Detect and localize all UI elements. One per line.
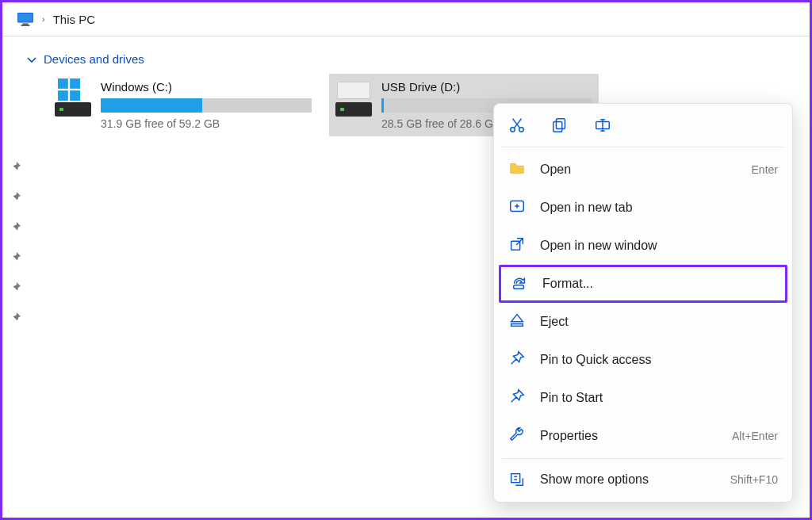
drive-usage-bar	[101, 98, 312, 113]
quick-access-pins	[10, 161, 21, 323]
svg-rect-11	[553, 121, 562, 132]
menu-item-label: Open in new tab	[540, 201, 778, 215]
svg-rect-5	[70, 78, 80, 89]
svg-rect-6	[58, 90, 68, 101]
rename-icon[interactable]	[594, 117, 611, 134]
svg-rect-7	[70, 90, 80, 101]
menu-item-shortcut: Enter	[752, 163, 778, 176]
drive-name: Windows (C:)	[101, 80, 312, 94]
menu-item-shortcut: Shift+F10	[730, 473, 778, 486]
pin2-icon	[508, 388, 526, 408]
menu-item-label: Show more options	[540, 472, 716, 487]
this-pc-icon	[17, 12, 34, 26]
menu-item-label: Properties	[540, 429, 718, 443]
pin-icon	[10, 312, 21, 323]
menu-item-eject[interactable]: Eject	[494, 303, 792, 341]
menu-item-shortcut: Alt+Enter	[732, 430, 778, 442]
svg-rect-16	[511, 324, 523, 327]
menu-item-show-more[interactable]: Show more options Shift+F10	[494, 462, 792, 497]
wrench-icon	[508, 426, 526, 446]
menu-item-open-in-new-window[interactable]: Open in new window	[494, 227, 792, 265]
newtab-icon	[508, 197, 526, 218]
pin-icon	[10, 161, 21, 172]
section-title: Devices and drives	[44, 52, 144, 66]
menu-item-pin-to-start[interactable]: Pin to Start	[494, 379, 792, 417]
menu-item-label: Format...	[542, 277, 776, 291]
svg-rect-1	[18, 13, 33, 22]
external-icon	[508, 235, 526, 256]
section-header[interactable]: Devices and drives	[26, 52, 786, 66]
svg-rect-17	[511, 474, 520, 483]
drive-name: USB Drive (D:)	[381, 80, 592, 94]
address-bar[interactable]: › This PC	[2, 2, 810, 36]
drive-icon	[55, 80, 91, 117]
menu-item-pin-to-quick-access[interactable]: Pin to Quick access	[494, 341, 792, 379]
menu-item-label: Pin to Start	[540, 391, 778, 405]
context-menu-quick-actions	[494, 109, 792, 143]
more-options-icon	[508, 471, 526, 488]
menu-item-format-[interactable]: Format...	[499, 265, 787, 303]
pin-icon	[508, 350, 526, 370]
menu-item-open[interactable]: OpenEnter	[494, 151, 792, 189]
menu-item-label: Pin to Quick access	[540, 353, 778, 367]
menu-item-label: Open	[540, 162, 737, 177]
drive-icon	[335, 80, 372, 117]
breadcrumb-location[interactable]: This PC	[53, 13, 95, 26]
menu-divider	[502, 147, 784, 147]
drive-free-text: 31.9 GB free of 59.2 GB	[101, 117, 312, 130]
menu-item-label: Open in new window	[540, 239, 778, 253]
copy-icon[interactable]	[551, 117, 569, 134]
drive-item[interactable]: Windows (C:)31.9 GB free of 59.2 GB	[48, 74, 318, 136]
svg-rect-15	[514, 285, 524, 289]
svg-rect-3	[21, 25, 30, 26]
pin-icon	[10, 281, 21, 292]
folder-icon	[508, 159, 526, 180]
eject-icon	[508, 312, 526, 332]
format-icon	[511, 273, 528, 294]
pin-icon	[10, 221, 21, 232]
svg-rect-2	[22, 23, 28, 25]
cut-icon[interactable]	[508, 117, 526, 134]
menu-item-open-in-new-tab[interactable]: Open in new tab	[494, 189, 792, 227]
menu-item-properties[interactable]: PropertiesAlt+Enter	[494, 417, 792, 455]
context-menu: OpenEnterOpen in new tabOpen in new wind…	[493, 103, 793, 503]
pin-icon	[10, 251, 21, 262]
svg-rect-4	[58, 78, 68, 89]
menu-item-label: Eject	[540, 315, 778, 329]
breadcrumb-separator-icon: ›	[42, 14, 45, 24]
svg-rect-10	[556, 119, 565, 129]
pin-icon	[10, 191, 21, 202]
chevron-down-icon	[26, 54, 37, 65]
menu-divider	[502, 458, 784, 459]
